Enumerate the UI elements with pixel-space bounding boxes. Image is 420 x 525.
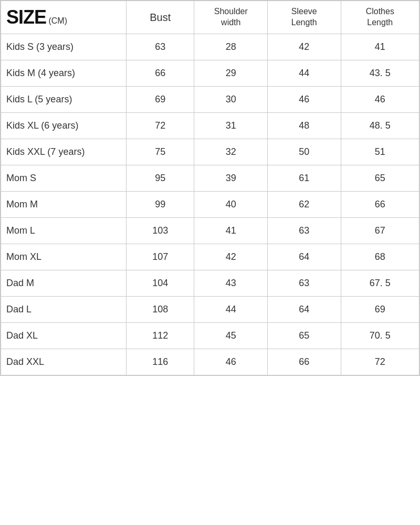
cell-size-4: Kids XXL (7 years) xyxy=(1,139,127,165)
cell-clothes_length-1: 43. 5 xyxy=(341,60,419,87)
table-row: Kids XL (6 years)72314848. 5 xyxy=(1,113,419,139)
cell-sleeve_length-11: 65 xyxy=(268,323,341,349)
cell-clothes_length-12: 72 xyxy=(341,349,419,375)
bust-column-header: Bust xyxy=(127,1,194,34)
cell-shoulder_width-8: 42 xyxy=(194,244,268,270)
cell-clothes_length-0: 41 xyxy=(341,34,419,60)
cell-bust-0: 63 xyxy=(127,34,194,60)
cell-sleeve_length-3: 48 xyxy=(268,113,341,139)
size-title: SIZE xyxy=(6,6,46,28)
cell-shoulder_width-11: 45 xyxy=(194,323,268,349)
cell-size-8: Mom XL xyxy=(1,244,127,270)
cell-clothes_length-4: 51 xyxy=(341,139,419,165)
cell-shoulder_width-12: 46 xyxy=(194,349,268,375)
cell-shoulder_width-2: 30 xyxy=(194,87,268,113)
cell-shoulder_width-6: 40 xyxy=(194,192,268,218)
cell-bust-3: 72 xyxy=(127,113,194,139)
cell-size-2: Kids L (5 years) xyxy=(1,87,127,113)
cell-clothes_length-11: 70. 5 xyxy=(341,323,419,349)
table-row: Mom XL107426468 xyxy=(1,244,419,270)
table-row: Mom S95396165 xyxy=(1,165,419,192)
shoulder-width-label: Shoulderwidth xyxy=(214,7,248,27)
cell-size-3: Kids XL (6 years) xyxy=(1,113,127,139)
cell-clothes_length-9: 67. 5 xyxy=(341,270,419,297)
cell-size-5: Mom S xyxy=(1,165,127,192)
cell-sleeve_length-5: 61 xyxy=(268,165,341,192)
cell-sleeve_length-1: 44 xyxy=(268,60,341,87)
table-row: Dad XXL116466672 xyxy=(1,349,419,375)
cell-shoulder_width-7: 41 xyxy=(194,218,268,244)
cell-shoulder_width-9: 43 xyxy=(194,270,268,297)
table-row: Dad XL112456570. 5 xyxy=(1,323,419,349)
clothes-length-label: ClothesLength xyxy=(366,7,394,27)
table-row: Mom L103416367 xyxy=(1,218,419,244)
cell-shoulder_width-3: 31 xyxy=(194,113,268,139)
cell-bust-2: 69 xyxy=(127,87,194,113)
table-row: Dad L108446469 xyxy=(1,297,419,323)
cell-clothes_length-7: 67 xyxy=(341,218,419,244)
cell-sleeve_length-7: 63 xyxy=(268,218,341,244)
cell-size-9: Dad M xyxy=(1,270,127,297)
cell-size-6: Mom M xyxy=(1,192,127,218)
cell-bust-12: 116 xyxy=(127,349,194,375)
shoulder-width-column-header: Shoulderwidth xyxy=(194,1,268,34)
cell-shoulder_width-1: 29 xyxy=(194,60,268,87)
cell-clothes_length-8: 68 xyxy=(341,244,419,270)
table-row: Kids M (4 years)66294443. 5 xyxy=(1,60,419,87)
cell-sleeve_length-6: 62 xyxy=(268,192,341,218)
cell-clothes_length-3: 48. 5 xyxy=(341,113,419,139)
cell-size-7: Mom L xyxy=(1,218,127,244)
cell-sleeve_length-4: 50 xyxy=(268,139,341,165)
cell-sleeve_length-9: 63 xyxy=(268,270,341,297)
cell-sleeve_length-0: 42 xyxy=(268,34,341,60)
clothes-length-column-header: ClothesLength xyxy=(341,1,419,34)
bust-label: Bust xyxy=(150,12,171,23)
cell-bust-6: 99 xyxy=(127,192,194,218)
cell-shoulder_width-10: 44 xyxy=(194,297,268,323)
cell-shoulder_width-0: 28 xyxy=(194,34,268,60)
cell-bust-8: 107 xyxy=(127,244,194,270)
table-row: Kids XXL (7 years)75325051 xyxy=(1,139,419,165)
cell-clothes_length-10: 69 xyxy=(341,297,419,323)
cell-bust-4: 75 xyxy=(127,139,194,165)
cell-size-10: Dad L xyxy=(1,297,127,323)
size-column-header: SIZE (CM) xyxy=(1,1,127,34)
size-unit: (CM) xyxy=(48,16,67,25)
cell-sleeve_length-12: 66 xyxy=(268,349,341,375)
cell-bust-7: 103 xyxy=(127,218,194,244)
cell-bust-1: 66 xyxy=(127,60,194,87)
cell-bust-5: 95 xyxy=(127,165,194,192)
cell-size-0: Kids S (3 years) xyxy=(1,34,127,60)
cell-clothes_length-5: 65 xyxy=(341,165,419,192)
cell-clothes_length-2: 46 xyxy=(341,87,419,113)
cell-bust-9: 104 xyxy=(127,270,194,297)
cell-size-1: Kids M (4 years) xyxy=(1,60,127,87)
cell-clothes_length-6: 66 xyxy=(341,192,419,218)
sleeve-length-column-header: SleeveLength xyxy=(268,1,341,34)
cell-sleeve_length-2: 46 xyxy=(268,87,341,113)
size-chart: SIZE (CM) Bust Shoulderwidth SleeveLengt… xyxy=(0,0,420,376)
cell-size-11: Dad XL xyxy=(1,323,127,349)
cell-size-12: Dad XXL xyxy=(1,349,127,375)
cell-shoulder_width-4: 32 xyxy=(194,139,268,165)
sleeve-length-label: SleeveLength xyxy=(291,7,317,27)
table-row: Kids S (3 years)63284241 xyxy=(1,34,419,60)
cell-shoulder_width-5: 39 xyxy=(194,165,268,192)
cell-bust-10: 108 xyxy=(127,297,194,323)
cell-bust-11: 112 xyxy=(127,323,194,349)
table-row: Kids L (5 years)69304646 xyxy=(1,87,419,113)
cell-sleeve_length-8: 64 xyxy=(268,244,341,270)
table-row: Dad M104436367. 5 xyxy=(1,270,419,297)
cell-sleeve_length-10: 64 xyxy=(268,297,341,323)
table-row: Mom M99406266 xyxy=(1,192,419,218)
